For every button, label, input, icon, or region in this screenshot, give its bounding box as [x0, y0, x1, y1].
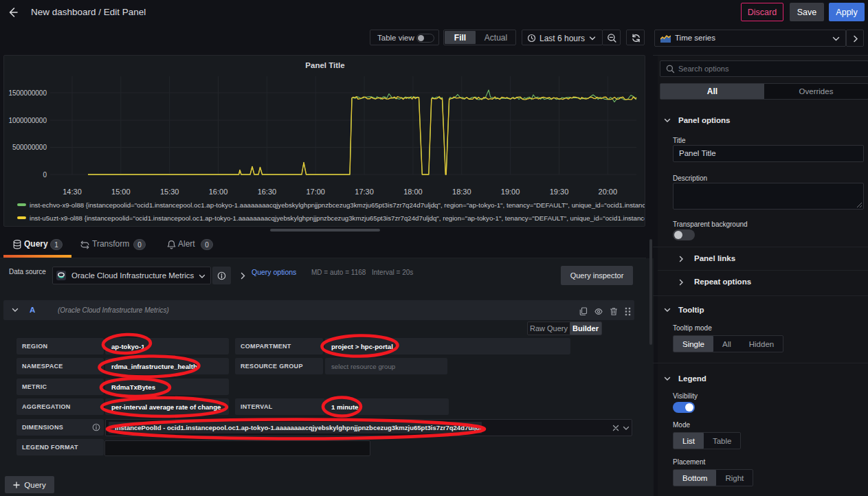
svg-text:14:30: 14:30 [63, 188, 82, 196]
svg-text:17:30: 17:30 [355, 188, 374, 196]
svg-text:19:30: 19:30 [550, 188, 569, 196]
svg-text:18:30: 18:30 [452, 188, 471, 196]
svg-text:1500000000: 1500000000 [8, 89, 47, 97]
svg-text:inst-u5uzt-x9-ol88 {instancepo: inst-u5uzt-x9-ol88 {instancepoolid="ocid… [30, 214, 645, 222]
svg-text:15:30: 15:30 [160, 188, 179, 196]
svg-text:20:00: 20:00 [599, 188, 618, 196]
svg-text:0: 0 [43, 171, 47, 179]
svg-text:1000000000: 1000000000 [8, 117, 47, 124]
svg-text:15:00: 15:00 [111, 188, 131, 196]
svg-text:500000000: 500000000 [12, 144, 47, 151]
svg-text:18:00: 18:00 [403, 188, 423, 196]
svg-text:19:00: 19:00 [501, 188, 520, 196]
svg-text:inst-echvo-x9-ol88 {instancepo: inst-echvo-x9-ol88 {instancepoolid="ocid… [30, 201, 645, 209]
svg-text:16:00: 16:00 [209, 188, 228, 196]
svg-text:16:30: 16:30 [258, 188, 277, 196]
svg-text:17:00: 17:00 [306, 188, 325, 196]
